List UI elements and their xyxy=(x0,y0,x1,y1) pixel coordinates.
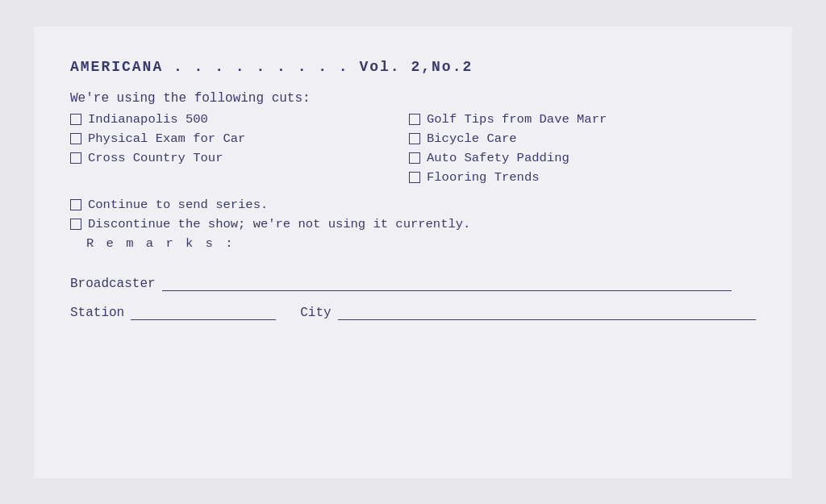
broadcaster-input-line[interactable] xyxy=(162,275,732,291)
item-label: Physical Exam for Car xyxy=(88,131,245,146)
city-label: City xyxy=(300,306,331,320)
station-input-line[interactable] xyxy=(131,304,276,320)
list-item: Bicycle Care xyxy=(409,131,756,146)
checkbox-flooring[interactable] xyxy=(409,172,420,183)
col-right: Golf Tips from Dave Marr Bicycle Care Au… xyxy=(409,112,756,190)
list-item: Flooring Trends xyxy=(409,170,756,185)
checkbox-autosafety[interactable] xyxy=(409,152,420,164)
item-label: Continue to send series. xyxy=(88,198,268,212)
fields-section: Broadcaster Station City xyxy=(70,275,756,320)
card: AMERICANA . . . . . . . . . Vol. 2,No.2 … xyxy=(34,27,792,478)
list-item: Physical Exam for Car xyxy=(70,131,409,146)
checkbox-continue[interactable] xyxy=(70,199,81,210)
col-left: Indianapolis 500 Physical Exam for Car C… xyxy=(70,112,409,190)
item-label: Cross Country Tour xyxy=(88,151,223,165)
item-label: Flooring Trends xyxy=(427,170,540,185)
city-input-line[interactable] xyxy=(338,304,756,320)
list-item: Golf Tips from Dave Marr xyxy=(409,112,756,127)
cuts-columns: Indianapolis 500 Physical Exam for Car C… xyxy=(70,112,756,190)
station-city-row: Station City xyxy=(70,304,756,320)
list-item: Cross Country Tour xyxy=(70,151,409,165)
item-label: Auto Safety Padding xyxy=(427,151,569,165)
list-item: Indianapolis 500 xyxy=(70,112,409,127)
bottom-checkboxes: Continue to send series. Discontinue the… xyxy=(70,198,756,251)
checkbox-discontinue[interactable] xyxy=(70,219,81,230)
intro-text: We're using the following cuts: xyxy=(70,91,756,106)
list-item: Auto Safety Padding xyxy=(409,151,756,165)
checkbox-crosscountry[interactable] xyxy=(70,152,81,164)
checkbox-golf[interactable] xyxy=(409,114,420,125)
item-label: Indianapolis 500 xyxy=(88,112,208,127)
list-item: Discontinue the show; we're not using it… xyxy=(70,217,756,231)
list-item: Continue to send series. xyxy=(70,198,756,212)
broadcaster-label: Broadcaster xyxy=(70,277,156,291)
card-title: AMERICANA . . . . . . . . . Vol. 2,No.2 xyxy=(70,59,756,75)
item-label: Discontinue the show; we're not using it… xyxy=(88,217,470,231)
remarks-label: R e m a r k s : xyxy=(86,236,756,251)
item-label: Golf Tips from Dave Marr xyxy=(427,112,607,127)
station-label: Station xyxy=(70,306,124,320)
item-label: Bicycle Care xyxy=(427,131,517,146)
checkbox-bicycle[interactable] xyxy=(409,133,420,144)
checkbox-physical[interactable] xyxy=(70,133,81,144)
checkbox-indianapolis[interactable] xyxy=(70,114,81,125)
broadcaster-field-row: Broadcaster xyxy=(70,275,756,291)
